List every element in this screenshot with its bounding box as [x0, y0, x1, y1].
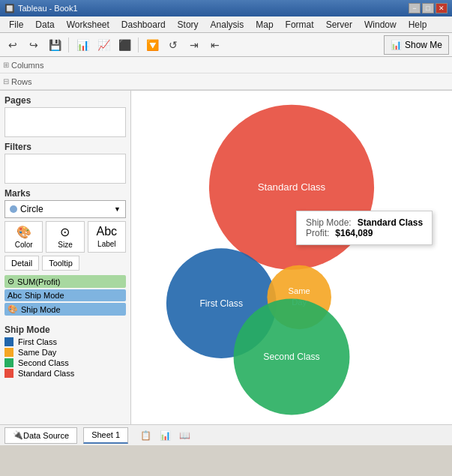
menu-server[interactable]: Server — [320, 18, 358, 31]
filters-title: Filters — [4, 142, 126, 152]
rows-shelf[interactable]: ⊟ Rows — [0, 73, 452, 90]
marks-fields: ⊙ SUM(Profit) Abc Ship Mode 🎨 Ship Mode — [4, 275, 126, 316]
legend-item-standard-class: Standard Class — [4, 368, 126, 379]
legend-color-same-day — [4, 348, 13, 357]
toolbar-redo[interactable]: ↪ — [24, 35, 43, 55]
legend-item-first-class: First Class — [4, 337, 126, 347]
legend-color-first-class — [4, 337, 13, 346]
menu-dashboard[interactable]: Dashboard — [115, 18, 172, 31]
tooltip-profit-label: Profit: — [306, 228, 329, 238]
tooltip: Ship Mode: Standard Class Profit: $164,0… — [296, 211, 433, 245]
toolbar-more1[interactable]: ⇥ — [184, 35, 204, 55]
title-bar: 🔲 Tableau - Book1 − □ ✕ — [0, 0, 452, 16]
legend-item-same-day: Same Day — [4, 347, 126, 358]
sum-profit-icon: ⊙ — [7, 277, 14, 286]
label-same-day-1: Same — [289, 286, 310, 295]
ship-mode-2-icon: 🎨 — [7, 304, 18, 314]
title-bar-left: 🔲 Tableau - Book1 — [4, 4, 78, 13]
marks-label-button[interactable]: Abc Label — [88, 221, 126, 253]
toolbar-refresh[interactable]: ↺ — [163, 35, 183, 55]
new-story-button[interactable]: 📖 — [176, 427, 193, 444]
chart-svg: Standard Class First Class Same Day Seco… — [131, 91, 452, 424]
tooltip-ship-mode-row: Ship Mode: Standard Class — [306, 217, 423, 228]
ship-mode-1-icon: Abc — [7, 291, 22, 300]
app-title: Tableau - Book1 — [18, 4, 78, 13]
menu-map[interactable]: Map — [250, 18, 279, 31]
legend-section: Ship Mode First Class Same Day Second Cl… — [4, 325, 126, 379]
filters-box — [4, 154, 126, 184]
rows-label: ⊟ Rows — [3, 77, 55, 86]
legend-color-standard-class — [4, 369, 13, 378]
shelves: ⊞ Columns ⊟ Rows — [0, 57, 452, 91]
rows-icon: ⊟ — [3, 77, 9, 85]
menu-window[interactable]: Window — [358, 18, 403, 31]
columns-label: ⊞ Columns — [3, 61, 55, 70]
label-icon: Abc — [97, 225, 118, 238]
toolbar-chart3[interactable]: ⬛ — [115, 35, 134, 55]
left-panel: Pages Filters Marks Circle ▼ 🎨 Color — [0, 91, 131, 424]
columns-icon: ⊞ — [3, 61, 9, 69]
toolbar-chart2[interactable]: 📈 — [94, 35, 113, 55]
menu-worksheet[interactable]: Worksheet — [61, 18, 115, 31]
toolbar-filter[interactable]: 🔽 — [142, 35, 162, 55]
marks-color-button[interactable]: 🎨 Color — [4, 221, 43, 253]
label-second-class: Second Class — [263, 352, 319, 362]
legend-label-standard-class: Standard Class — [18, 369, 74, 378]
filters-section: Filters — [4, 142, 126, 184]
toolbar-chart1[interactable]: 📊 — [73, 35, 92, 55]
columns-shelf[interactable]: ⊞ Columns — [0, 57, 452, 73]
marks-field-sum-profit[interactable]: ⊙ SUM(Profit) — [4, 275, 126, 288]
marks-tooltip-button[interactable]: Tooltip — [42, 256, 79, 271]
menu-analysis[interactable]: Analysis — [205, 18, 250, 31]
close-button[interactable]: ✕ — [436, 3, 448, 13]
menu-format[interactable]: Format — [280, 18, 320, 31]
marks-type-dot — [10, 205, 17, 213]
legend-title: Ship Mode — [4, 325, 126, 335]
toolbar-undo[interactable]: ↩ — [3, 35, 22, 55]
maximize-button[interactable]: □ — [422, 3, 434, 13]
new-dashboard-button[interactable]: 📊 — [157, 427, 173, 444]
marks-field-ship-mode-1[interactable]: Abc Ship Mode — [4, 289, 126, 301]
menu-help[interactable]: Help — [403, 18, 433, 31]
toolbar: ↩ ↪ 💾 📊 📈 ⬛ 🔽 ↺ ⇥ ⇤ 📊 Show Me — [0, 33, 452, 57]
marks-detail-button[interactable]: Detail — [4, 256, 39, 271]
marks-extras: Detail Tooltip — [4, 256, 126, 271]
toolbar-save[interactable]: 💾 — [45, 35, 64, 55]
marks-type-dropdown[interactable]: Circle ▼ — [4, 200, 126, 218]
content-area: Pages Filters Marks Circle ▼ 🎨 Color — [0, 91, 452, 424]
data-source-tab[interactable]: 🔌 Data Source — [4, 427, 77, 444]
sheet1-tab[interactable]: Sheet 1 — [83, 427, 128, 444]
tooltip-profit-value: $164,089 — [335, 228, 373, 238]
toolbar-sep-2 — [138, 37, 139, 52]
app-icon: 🔲 — [4, 4, 15, 13]
label-standard-class: Standard Class — [258, 181, 326, 193]
viz-area[interactable]: Standard Class First Class Same Day Seco… — [131, 91, 452, 424]
label-first-class: First Class — [199, 298, 243, 309]
size-icon: ⊙ — [60, 225, 70, 239]
marks-buttons: 🎨 Color ⊙ Size Abc Label — [4, 221, 126, 253]
tooltip-profit-row: Profit: $164,089 — [306, 228, 423, 238]
new-sheet-button[interactable]: 📋 — [137, 427, 154, 444]
marks-field-ship-mode-2[interactable]: 🎨 Ship Mode — [4, 303, 126, 316]
menu-data[interactable]: Data — [29, 18, 60, 31]
toolbar-sep-1 — [68, 37, 69, 52]
menu-bar: File Data Worksheet Dashboard Story Anal… — [0, 16, 452, 33]
menu-story[interactable]: Story — [172, 18, 205, 31]
marks-title: Marks — [4, 188, 126, 199]
legend-label-second-class: Second Class — [18, 358, 69, 367]
pages-box — [4, 107, 126, 137]
tooltip-ship-mode-value: Standard Class — [358, 217, 423, 228]
legend-label-same-day: Same Day — [18, 348, 56, 357]
show-me-button[interactable]: 📊 Show Me — [384, 35, 449, 55]
toolbar-more2[interactable]: ⇤ — [205, 35, 225, 55]
marks-section: Marks Circle ▼ 🎨 Color ⊙ Size Abc Label — [4, 188, 126, 316]
legend-label-first-class: First Class — [18, 337, 57, 346]
marks-size-button[interactable]: ⊙ Size — [46, 221, 84, 253]
tooltip-ship-mode-label: Ship Mode: — [306, 217, 352, 228]
minimize-button[interactable]: − — [409, 3, 421, 13]
sheet-icons: 📋 📊 📖 — [137, 427, 193, 444]
viz-inner: Standard Class First Class Same Day Seco… — [131, 91, 452, 424]
menu-file[interactable]: File — [3, 18, 29, 31]
title-bar-controls[interactable]: − □ ✕ — [409, 3, 448, 13]
marks-type-label: Circle — [20, 204, 43, 214]
